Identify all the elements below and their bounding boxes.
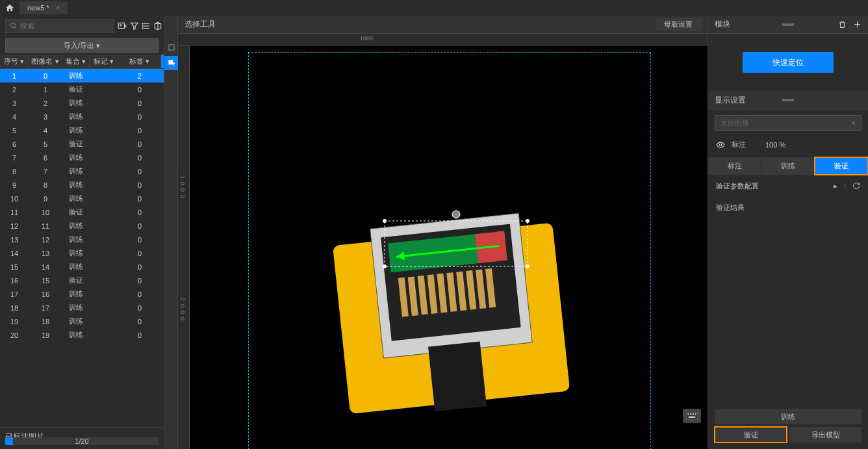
svg-rect-40 bbox=[695, 413, 696, 415]
svg-point-44 bbox=[719, 144, 722, 146]
svg-rect-38 bbox=[690, 413, 691, 415]
left-panel: 导入/导出 ▾ 序号 ▾ 图像名 ▾ 集合 ▾ 标记 ▾ 标签 ▾ 10训练22… bbox=[0, 16, 164, 449]
delete-icon[interactable] bbox=[838, 20, 847, 29]
keyboard-icon[interactable] bbox=[683, 409, 701, 423]
table-row[interactable]: 98训练0 bbox=[0, 178, 164, 192]
right-panel: 模块 快速定位 显示设置 原始图像▾ 标注 100 % 标注 训练 验证 验证参… bbox=[708, 16, 868, 449]
table-row[interactable]: 76训练0 bbox=[0, 151, 164, 164]
svg-point-35 bbox=[452, 211, 460, 218]
table-row[interactable]: 1817训练0 bbox=[0, 301, 164, 314]
horizontal-ruler: 1000 bbox=[178, 34, 708, 45]
table-row[interactable]: 10训练2 bbox=[0, 69, 164, 83]
svg-point-32 bbox=[526, 219, 530, 223]
table-row[interactable]: 1918训练0 bbox=[0, 314, 164, 328]
svg-rect-41 bbox=[689, 417, 696, 418]
canvas-area: 选择工具 母版设置 1000 1 0 0 0 2 0 0 0 bbox=[178, 16, 708, 449]
template-settings-button[interactable]: 母版设置 bbox=[656, 18, 701, 31]
table-row[interactable]: 1514训练0 bbox=[0, 260, 164, 274]
table-row[interactable]: 1211训练0 bbox=[0, 219, 164, 233]
module-title: 模块 bbox=[715, 19, 730, 30]
svg-point-8 bbox=[142, 25, 143, 26]
tab-train[interactable]: 训练 bbox=[761, 157, 815, 175]
select-tool-icon[interactable] bbox=[164, 56, 179, 70]
search-input[interactable] bbox=[5, 19, 114, 33]
title-bar: new5 * × bbox=[0, 0, 868, 16]
table-row[interactable]: 87训练0 bbox=[0, 164, 164, 178]
table-row[interactable]: 1615验证0 bbox=[0, 274, 164, 287]
verify-button[interactable]: 验证 bbox=[715, 427, 787, 443]
verify-result-label: 验证结果 bbox=[708, 198, 868, 218]
svg-point-33 bbox=[383, 264, 387, 268]
table-row[interactable]: 43训练0 bbox=[0, 110, 164, 123]
search-field[interactable] bbox=[20, 22, 110, 30]
train-button[interactable]: 训练 bbox=[715, 409, 862, 424]
svg-rect-11 bbox=[168, 60, 173, 64]
progress-counter: 1/20 bbox=[5, 437, 159, 445]
table-row[interactable]: 54训练0 bbox=[0, 123, 164, 137]
expand-icon[interactable]: ▸ bbox=[834, 182, 837, 190]
list-icon[interactable] bbox=[142, 20, 151, 32]
device-image bbox=[313, 182, 586, 422]
svg-point-3 bbox=[120, 25, 121, 26]
svg-rect-10 bbox=[169, 45, 174, 50]
svg-point-31 bbox=[383, 219, 387, 223]
header-mark[interactable]: 标记 ▾ bbox=[90, 55, 118, 68]
table-row[interactable]: 1413训练0 bbox=[0, 246, 164, 260]
import-export-button[interactable]: 导入/导出 ▾ bbox=[5, 38, 159, 53]
tab-title: new5 * bbox=[27, 4, 49, 12]
document-tab[interactable]: new5 * × bbox=[19, 1, 68, 14]
quick-locate-button[interactable]: 快速定位 bbox=[743, 52, 834, 73]
header-index[interactable]: 序号 ▾ bbox=[0, 55, 29, 68]
table-header: 序号 ▾ 图像名 ▾ 集合 ▾ 标记 ▾ 标签 ▾ bbox=[0, 55, 164, 69]
table-row[interactable]: 21验证0 bbox=[0, 83, 164, 96]
reset-icon[interactable] bbox=[852, 182, 860, 190]
svg-rect-36 bbox=[686, 412, 698, 420]
svg-point-0 bbox=[11, 23, 16, 28]
table-row[interactable]: 1716训练0 bbox=[0, 287, 164, 301]
svg-point-9 bbox=[142, 28, 143, 29]
header-name[interactable]: 图像名 ▾ bbox=[29, 55, 62, 68]
table-row[interactable]: 32训练0 bbox=[0, 96, 164, 110]
table-row[interactable]: 65验证0 bbox=[0, 137, 164, 151]
box-icon[interactable] bbox=[153, 20, 162, 32]
table-body: 10训练221验证032训练043训练054训练065验证076训练087训练0… bbox=[0, 69, 164, 427]
tab-verify[interactable]: 验证 bbox=[815, 157, 868, 175]
crop-tool-icon[interactable] bbox=[164, 40, 179, 55]
header-tag[interactable]: 标签 ▾ bbox=[118, 55, 161, 68]
verify-config-label: 验证参数配置 bbox=[716, 181, 759, 191]
svg-rect-37 bbox=[687, 413, 689, 415]
vertical-toolbar bbox=[164, 16, 178, 449]
vertical-ruler: 1 0 0 0 2 0 0 0 bbox=[178, 45, 190, 449]
table-row[interactable]: 1312训练0 bbox=[0, 233, 164, 246]
table-row[interactable]: 2019训练0 bbox=[0, 328, 164, 342]
export-model-button[interactable]: 导出模型 bbox=[789, 427, 862, 443]
image-type-dropdown[interactable]: 原始图像▾ bbox=[715, 115, 862, 131]
progress-bar: 1/20 bbox=[5, 437, 159, 445]
opacity-value: 100 % bbox=[765, 141, 785, 149]
annotation-label: 标注 bbox=[732, 140, 746, 149]
add-icon[interactable] bbox=[853, 20, 862, 29]
filter-icon[interactable] bbox=[130, 20, 139, 32]
svg-line-1 bbox=[15, 27, 17, 29]
header-set[interactable]: 集合 ▾ bbox=[62, 55, 90, 68]
svg-rect-39 bbox=[693, 413, 694, 415]
image-add-icon[interactable] bbox=[117, 20, 127, 32]
image-viewport[interactable] bbox=[190, 45, 708, 449]
svg-rect-29 bbox=[428, 341, 487, 411]
tool-label: 选择工具 bbox=[185, 19, 216, 30]
svg-point-34 bbox=[526, 264, 530, 268]
home-icon[interactable] bbox=[0, 0, 19, 16]
close-icon[interactable]: × bbox=[56, 4, 60, 12]
table-row[interactable]: 1110验证0 bbox=[0, 205, 164, 219]
tab-annotate[interactable]: 标注 bbox=[708, 157, 761, 175]
eye-icon[interactable] bbox=[716, 140, 725, 149]
table-row[interactable]: 109训练0 bbox=[0, 192, 164, 205]
svg-point-7 bbox=[142, 23, 143, 24]
